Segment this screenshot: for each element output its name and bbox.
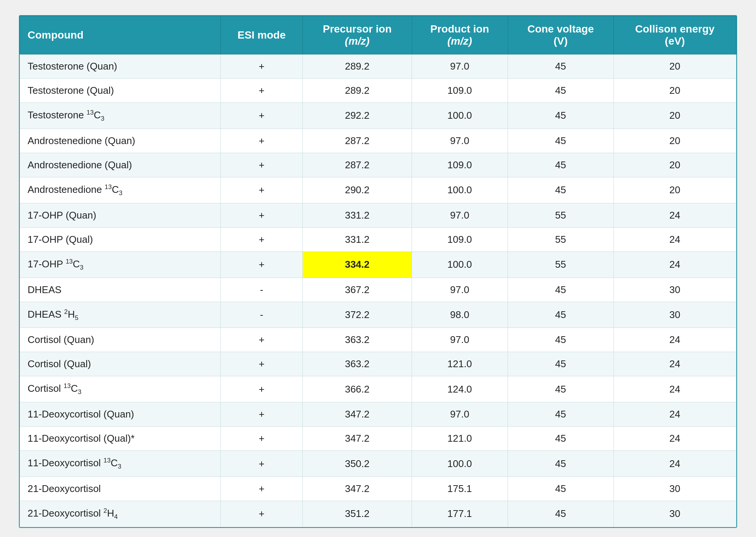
cell-precursor-ion: 372.2	[303, 302, 412, 328]
cell-collision-energy: 24	[613, 227, 736, 251]
cell-collision-energy: 24	[613, 427, 736, 451]
cell-product-ion: 175.1	[412, 477, 508, 501]
table-row: 11-Deoxycortisol (Quan)+347.297.04524	[20, 402, 736, 427]
cell-cone-voltage: 45	[508, 501, 613, 527]
cell-product-ion: 109.0	[412, 79, 508, 103]
cell-cone-voltage: 45	[508, 376, 613, 402]
cell-esi-mode: +	[220, 227, 303, 251]
cell-product-ion: 109.0	[412, 227, 508, 251]
cell-precursor-ion: 351.2	[303, 501, 412, 527]
cell-product-ion: 109.0	[412, 153, 508, 177]
cell-compound: Testosterone 13C3	[20, 103, 221, 129]
cell-compound: 11-Deoxycortisol 13C3	[20, 451, 221, 477]
table-row: Androstenedione 13C3+290.2100.04520	[20, 177, 736, 203]
cell-compound: Cortisol (Qual)	[20, 352, 221, 376]
cell-product-ion: 97.0	[412, 129, 508, 153]
cell-cone-voltage: 45	[508, 278, 613, 302]
cell-cone-voltage: 45	[508, 103, 613, 129]
cell-precursor-ion: 367.2	[303, 278, 412, 302]
cell-precursor-ion: 292.2	[303, 103, 412, 129]
cell-cone-voltage: 45	[508, 54, 613, 79]
cell-precursor-ion: 347.2	[303, 477, 412, 501]
cell-compound: Cortisol (Quan)	[20, 328, 221, 352]
cell-cone-voltage: 45	[508, 177, 613, 203]
cell-cone-voltage: 55	[508, 203, 613, 227]
cell-collision-energy: 20	[613, 79, 736, 103]
cell-product-ion: 97.0	[412, 402, 508, 427]
cell-product-ion: 121.0	[412, 427, 508, 451]
cell-product-ion: 97.0	[412, 328, 508, 352]
cell-product-ion: 97.0	[412, 278, 508, 302]
cell-cone-voltage: 45	[508, 451, 613, 477]
cell-cone-voltage: 45	[508, 352, 613, 376]
cell-precursor-ion: 347.2	[303, 427, 412, 451]
cell-precursor-ion: 334.2	[303, 251, 412, 278]
cell-collision-energy: 24	[613, 376, 736, 402]
cell-collision-energy: 30	[613, 501, 736, 527]
cell-esi-mode: +	[220, 177, 303, 203]
cell-compound: 17-OHP (Quan)	[20, 203, 221, 227]
header-cone-voltage: Cone voltage(V)	[508, 16, 613, 54]
cell-compound: Androstenedione 13C3	[20, 177, 221, 203]
cell-esi-mode: +	[220, 427, 303, 451]
cell-cone-voltage: 45	[508, 129, 613, 153]
cell-product-ion: 98.0	[412, 302, 508, 328]
cell-precursor-ion: 366.2	[303, 376, 412, 402]
cell-cone-voltage: 45	[508, 153, 613, 177]
cell-precursor-ion: 287.2	[303, 129, 412, 153]
cell-esi-mode: +	[220, 352, 303, 376]
cell-product-ion: 97.0	[412, 54, 508, 79]
cell-collision-energy: 30	[613, 477, 736, 501]
cell-product-ion: 177.1	[412, 501, 508, 527]
cell-collision-energy: 24	[613, 352, 736, 376]
cell-cone-voltage: 55	[508, 251, 613, 278]
cell-precursor-ion: 287.2	[303, 153, 412, 177]
table-row: 17-OHP (Quan)+331.297.05524	[20, 203, 736, 227]
cell-esi-mode: +	[220, 477, 303, 501]
header-precursor-ion: Precursor ion(m/z)	[303, 16, 412, 54]
cell-esi-mode: -	[220, 302, 303, 328]
table-row: 17-OHP 13C3+334.2100.05524	[20, 251, 736, 278]
cell-esi-mode: +	[220, 328, 303, 352]
header-compound: Compound	[20, 16, 221, 54]
table-row: Cortisol 13C3+366.2124.04524	[20, 376, 736, 402]
cell-precursor-ion: 331.2	[303, 227, 412, 251]
cell-precursor-ion: 289.2	[303, 79, 412, 103]
cell-compound: 21-Deoxycortisol 2H4	[20, 501, 221, 527]
table-row: Testosterone 13C3+292.2100.04520	[20, 103, 736, 129]
cell-compound: 17-OHP 13C3	[20, 251, 221, 278]
table-row: 17-OHP (Qual)+331.2109.05524	[20, 227, 736, 251]
cell-compound: Testosterone (Qual)	[20, 79, 221, 103]
cell-compound: Androstenedione (Qual)	[20, 153, 221, 177]
cell-esi-mode: +	[220, 129, 303, 153]
cell-compound: Cortisol 13C3	[20, 376, 221, 402]
cell-cone-voltage: 45	[508, 477, 613, 501]
header-collision-energy: Collison energy(eV)	[613, 16, 736, 54]
cell-compound: DHEAS	[20, 278, 221, 302]
cell-product-ion: 121.0	[412, 352, 508, 376]
table-row: 21-Deoxycortisol 2H4+351.2177.14530	[20, 501, 736, 527]
cell-collision-energy: 20	[613, 153, 736, 177]
cell-collision-energy: 20	[613, 177, 736, 203]
table-row: Androstenedione (Quan)+287.297.04520	[20, 129, 736, 153]
table-row: Cortisol (Qual)+363.2121.04524	[20, 352, 736, 376]
cell-product-ion: 97.0	[412, 203, 508, 227]
cell-esi-mode: +	[220, 153, 303, 177]
cell-compound: Testosterone (Quan)	[20, 54, 221, 79]
table-header-row: Compound ESI mode Precursor ion(m/z) Pro…	[20, 16, 736, 54]
cell-esi-mode: -	[220, 278, 303, 302]
cell-compound: 21-Deoxycortisol	[20, 477, 221, 501]
table-row: Testosterone (Qual)+289.2109.04520	[20, 79, 736, 103]
cell-cone-voltage: 55	[508, 227, 613, 251]
cell-collision-energy: 24	[613, 328, 736, 352]
table-row: 11-Deoxycortisol 13C3+350.2100.04524	[20, 451, 736, 477]
cell-cone-voltage: 45	[508, 427, 613, 451]
cell-collision-energy: 24	[613, 203, 736, 227]
cell-collision-energy: 20	[613, 54, 736, 79]
cell-product-ion: 124.0	[412, 376, 508, 402]
cell-compound: 11-Deoxycortisol (Qual)*	[20, 427, 221, 451]
cell-collision-energy: 24	[613, 451, 736, 477]
cell-precursor-ion: 347.2	[303, 402, 412, 427]
cell-esi-mode: +	[220, 54, 303, 79]
cell-compound: Androstenedione (Quan)	[20, 129, 221, 153]
